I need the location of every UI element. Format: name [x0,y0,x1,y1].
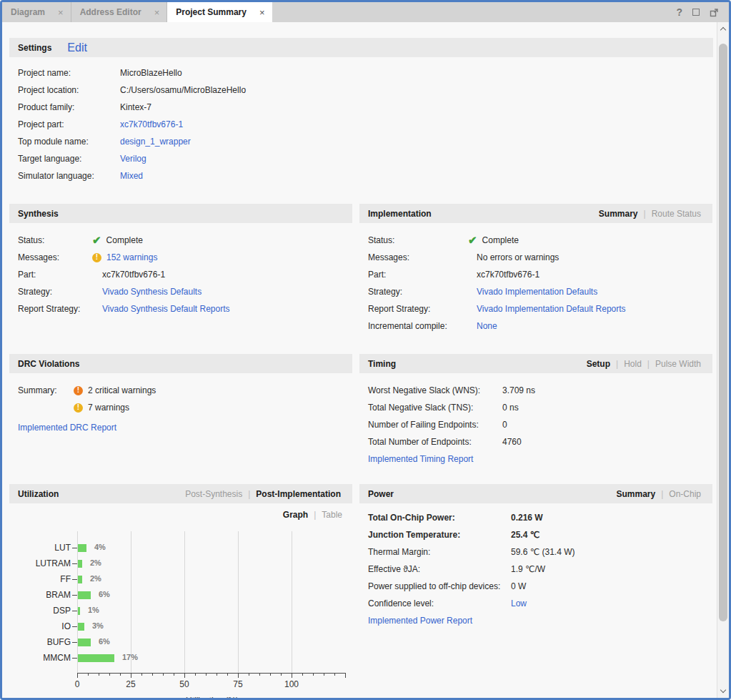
field-value: 0 [502,420,507,430]
utilization-section: Utilization Post-Synthesis | Post-Implem… [9,484,352,698]
scroll-up-icon[interactable] [720,27,726,33]
float-window-icon[interactable] [710,8,719,17]
settings-edit-link[interactable]: Edit [67,41,87,54]
confidence-level-link[interactable]: Low [511,598,527,608]
field-row: Effective ϑJA: 1.9 ℃/W [368,561,712,578]
field-label: Incremental compile: [368,321,468,331]
status-value: Complete [106,235,143,245]
status-value: Complete [482,235,519,245]
field-row: Incremental compile: None [368,317,712,335]
section-title: DRC Violations [18,359,79,369]
maximize-icon[interactable] [692,9,700,16]
chart-value-label: 17% [122,653,138,661]
warning-icon: ! [74,403,83,413]
chart-x-minor-tick [249,674,249,676]
scroll-down-icon[interactable] [720,687,726,693]
scrollbar-thumb[interactable] [719,44,727,621]
chart-x-minor-tick [195,674,196,676]
field-row: Summary: ! 2 critical warnings [18,382,352,399]
power-rows: Total On-Chip Power: 0.216 W Junction Te… [359,509,712,629]
project-summary-content: Settings Edit Project name: MicroBlazeHe… [2,22,717,698]
chart-gridline [184,531,185,673]
timing-report-link[interactable]: Implemented Timing Report [368,454,473,464]
synthesis-strategy-link[interactable]: Vivado Synthesis Defaults [92,287,202,297]
drc-report-link[interactable]: Implemented DRC Report [18,423,116,433]
chart-x-minor-tick [163,674,164,676]
field-row: Total Number of Endpoints: 4760 [368,433,712,450]
close-icon[interactable]: × [259,8,265,17]
top-module-link[interactable]: design_1_wrapper [120,137,191,147]
chart-bar [78,591,91,599]
field-label: Report Strategy: [18,304,92,314]
field-value: xc7k70tfbv676-1 [468,270,539,280]
impl-tab-summary[interactable]: Summary [599,209,638,219]
synthesis-report-strategy-link[interactable]: Vivado Synthesis Default Reports [92,304,230,314]
impl-tab-route-status[interactable]: Route Status [652,209,701,219]
timing-section: Timing Setup | Hold | Pulse Width Worst … [359,354,712,468]
chart-plot-area: 4%2%2%6%1%3%6%17% [77,531,347,673]
tab-diagram[interactable]: Diagram × [2,2,71,22]
chart-x-major-tick [238,674,239,678]
tab-separator: | [661,489,663,499]
tab-address-editor[interactable]: Address Editor × [71,2,168,22]
warnings-link[interactable]: 152 warnings [106,252,157,262]
warning-icon: ! [92,253,101,262]
field-value: 59.6 ℃ (31.4 W) [511,547,575,557]
chart-x-minor-tick [281,674,282,676]
synthesis-rows: Status: ✔ Complete Messages: ! 152 warni… [9,232,352,317]
target-language-link[interactable]: Verilog [120,154,146,164]
chart-category-label: BUFG [9,634,71,650]
field-label: Total Negative Slack (TNS): [368,403,502,413]
section-title: Implementation [368,209,432,219]
impl-report-strategy-link[interactable]: Vivado Implementation Default Reports [468,304,626,314]
close-icon[interactable]: × [154,8,160,17]
chart-x-major-tick [184,674,185,678]
timing-tab-pulse-width[interactable]: Pulse Width [655,359,701,369]
field-label: Total Number of Endpoints: [368,437,502,447]
tab-project-summary[interactable]: Project Summary × [167,2,272,22]
field-label: Worst Negative Slack (WNS): [368,385,502,395]
simulator-language-link[interactable]: Mixed [120,171,143,181]
field-label: Part: [368,270,468,280]
check-icon: ✔ [92,235,101,245]
field-row: Project name: MicroBlazeHello [18,64,713,82]
field-label: Status: [368,235,468,245]
field-value: 0.216 W [511,513,543,523]
close-icon[interactable]: × [58,8,64,17]
chart-x-minor-tick [99,674,99,676]
field-row: Strategy: Vivado Synthesis Defaults [18,283,352,300]
power-header: Power Summary | On-Chip [359,484,712,503]
field-label: Project part: [18,119,120,129]
chart-x-minor-tick [141,674,142,676]
chart-x-minor-tick [334,674,335,676]
field-row: Messages: ! 152 warnings [18,249,352,266]
power-report-link[interactable]: Implemented Power Report [368,616,472,626]
field-label: Junction Temperature: [368,530,511,540]
help-icon[interactable]: ? [676,7,682,17]
incremental-compile-link[interactable]: None [468,321,497,331]
power-tab-summary[interactable]: Summary [616,489,655,499]
timing-tab-hold[interactable]: Hold [624,359,642,369]
field-value: MicroBlazeHello [120,68,182,78]
vertical-scrollbar[interactable] [717,22,729,698]
field-row: Report Strategy: Vivado Synthesis Defaul… [18,300,352,317]
field-label: Project name: [18,68,120,78]
implementation-rows: Status: ✔ Complete Messages: No errors o… [359,232,712,335]
chart-x-minor-tick [217,674,217,676]
tab-separator: | [647,359,650,369]
window-controls: ? [676,2,729,22]
chart-x-minor-tick [88,674,89,676]
section-title: Timing [368,359,396,369]
tab-separator: | [616,359,618,369]
field-label: Simulator language: [18,171,120,181]
impl-strategy-link[interactable]: Vivado Implementation Defaults [468,287,597,297]
section-title: Power [368,489,394,499]
power-tab-on-chip[interactable]: On-Chip [669,489,701,499]
project-part-link[interactable]: xc7k70tfbv676-1 [120,119,183,129]
field-row: Messages: No errors or warnings [368,249,712,266]
timing-tab-setup[interactable]: Setup [587,359,610,369]
field-label: Part: [18,270,92,280]
settings-header: Settings Edit [9,38,713,57]
check-icon: ✔ [468,235,477,245]
field-row: Target language: Verilog [18,150,713,167]
